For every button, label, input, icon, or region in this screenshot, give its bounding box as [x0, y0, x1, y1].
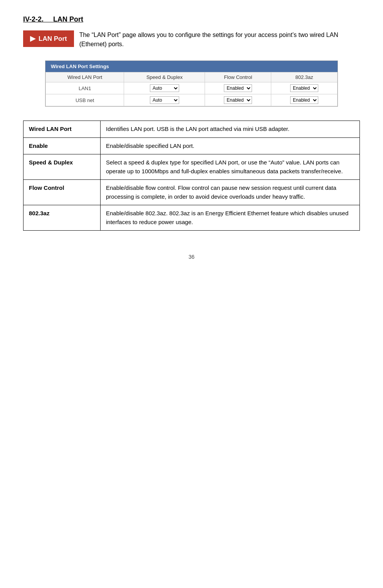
desc-term: Flow Control: [24, 180, 101, 205]
flow-select[interactable]: EnabledDisabled: [224, 96, 252, 104]
desc-row: Flow ControlEnable/disable flow control.…: [24, 180, 360, 205]
desc-row: Wired LAN PortIdentifies LAN port. USB i…: [24, 121, 360, 138]
lan-port-badge: ▶ LAN Port: [23, 30, 74, 47]
page-number: 36: [23, 254, 360, 260]
desc-row: Speed & DuplexSelect a speed & duplex ty…: [24, 154, 360, 180]
badge-label: LAN Port: [39, 34, 67, 44]
desc-term: Wired LAN Port: [24, 121, 101, 138]
desc-row: 802.3azEnable/disable 802.3az. 802.3az i…: [24, 205, 360, 231]
desc-term: Speed & Duplex: [24, 154, 101, 180]
flow-select[interactable]: EnabledDisabled: [224, 84, 252, 92]
col-header-dot3az: 802.3az: [271, 72, 338, 82]
speed-select[interactable]: Auto10 Half10 Full100 Half100 Full1000 F…: [150, 84, 179, 92]
dot3az-select[interactable]: EnabledDisabled: [290, 84, 318, 92]
cell-port: LAN1: [46, 82, 124, 94]
settings-table: Wired LAN Port Speed & Duplex Flow Contr…: [45, 72, 338, 106]
table-row: USB netAuto10 Half10 Full100 Half100 Ful…: [46, 94, 338, 106]
desc-definition: Enable/disable 802.3az. 802.3az is an En…: [101, 205, 360, 231]
dot3az-select[interactable]: EnabledDisabled: [290, 96, 318, 104]
intro-paragraph: ▶ LAN Port The “LAN Port” page allows yo…: [23, 30, 360, 49]
cell-port: USB net: [46, 94, 124, 106]
cell-flow[interactable]: EnabledDisabled: [205, 82, 271, 94]
desc-definition: Enable/disable specified LAN port.: [101, 137, 360, 154]
cell-speed[interactable]: Auto10 Half10 Full100 Half100 Full1000 F…: [124, 82, 205, 94]
desc-term: Enable: [24, 137, 101, 154]
badge-arrow: ▶: [30, 34, 35, 44]
intro-text-content: The “LAN Port” page allows you to config…: [79, 32, 338, 47]
cell-speed[interactable]: Auto10 Half10 Full100 Half100 Full1000 F…: [124, 94, 205, 106]
cell-dot3az[interactable]: EnabledDisabled: [271, 94, 338, 106]
section-heading: IV-2-2. LAN Port: [23, 15, 360, 23]
cell-dot3az[interactable]: EnabledDisabled: [271, 82, 338, 94]
speed-select[interactable]: Auto10 Half10 Full100 Half100 Full1000 F…: [150, 96, 179, 104]
widget-header: Wired LAN Port Settings: [45, 61, 338, 72]
table-row: LAN1Auto10 Half10 Full100 Half100 Full10…: [46, 82, 338, 94]
desc-term: 802.3az: [24, 205, 101, 231]
description-table: Wired LAN PortIdentifies LAN port. USB i…: [23, 121, 360, 231]
section-title: LAN Port: [53, 15, 83, 23]
cell-flow[interactable]: EnabledDisabled: [205, 94, 271, 106]
desc-definition: Select a speed & duplex type for specifi…: [101, 154, 360, 180]
col-header-flow: Flow Control: [205, 72, 271, 82]
wired-lan-settings-widget: Wired LAN Port Settings Wired LAN Port S…: [45, 60, 338, 107]
col-header-speed: Speed & Duplex: [124, 72, 205, 82]
desc-definition: Enable/disable flow control. Flow contro…: [101, 180, 360, 205]
section-number: IV-2-2.: [23, 15, 44, 23]
desc-definition: Identifies LAN port. USB is the LAN port…: [101, 121, 360, 138]
col-header-port: Wired LAN Port: [46, 72, 124, 82]
desc-row: EnableEnable/disable specified LAN port.: [24, 137, 360, 154]
